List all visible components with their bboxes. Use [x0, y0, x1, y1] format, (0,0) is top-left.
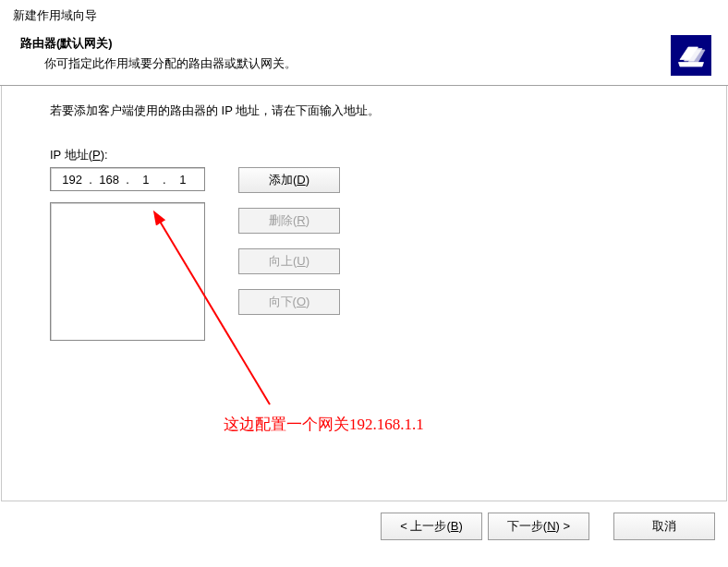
annotation-text: 这边配置一个网关192.168.1.1 [224, 414, 424, 435]
wizard-body: 若要添加客户端使用的路由器的 IP 地址，请在下面输入地址。 IP 地址(P):… [1, 86, 727, 501]
instruction-text: 若要添加客户端使用的路由器的 IP 地址，请在下面输入地址。 [50, 103, 678, 119]
ip-address-input[interactable]: 192 . 168 . 1 . 1 [50, 167, 205, 191]
up-button[interactable]: 向上(U) [238, 248, 340, 274]
next-button[interactable]: 下一步(N) > [488, 513, 589, 540]
ip-address-label: IP 地址(P): [50, 147, 678, 163]
header-title: 路由器(默认网关) [20, 35, 297, 52]
window-title: 新建作用域向导 [0, 0, 728, 30]
wizard-header: 路由器(默认网关) 你可指定此作用域要分配的路由器或默认网关。 [0, 30, 728, 85]
wizard-footer: < 上一步(B) 下一步(N) > 取消 [0, 501, 728, 540]
ip-octet-3[interactable]: 1 [132, 173, 160, 187]
down-button[interactable]: 向下(O) [238, 289, 340, 315]
cancel-button[interactable]: 取消 [613, 513, 715, 540]
ip-octet-1[interactable]: 192 [58, 173, 86, 187]
remove-button[interactable]: 删除(R) [238, 208, 340, 234]
add-button[interactable]: 添加(D) [238, 167, 340, 193]
ip-listbox[interactable] [50, 202, 205, 341]
server-icon [671, 35, 711, 76]
header-subtitle: 你可指定此作用域要分配的路由器或默认网关。 [20, 55, 297, 72]
ip-octet-2[interactable]: 168 [95, 173, 123, 187]
ip-octet-4[interactable]: 1 [169, 173, 197, 187]
back-button[interactable]: < 上一步(B) [381, 513, 482, 540]
